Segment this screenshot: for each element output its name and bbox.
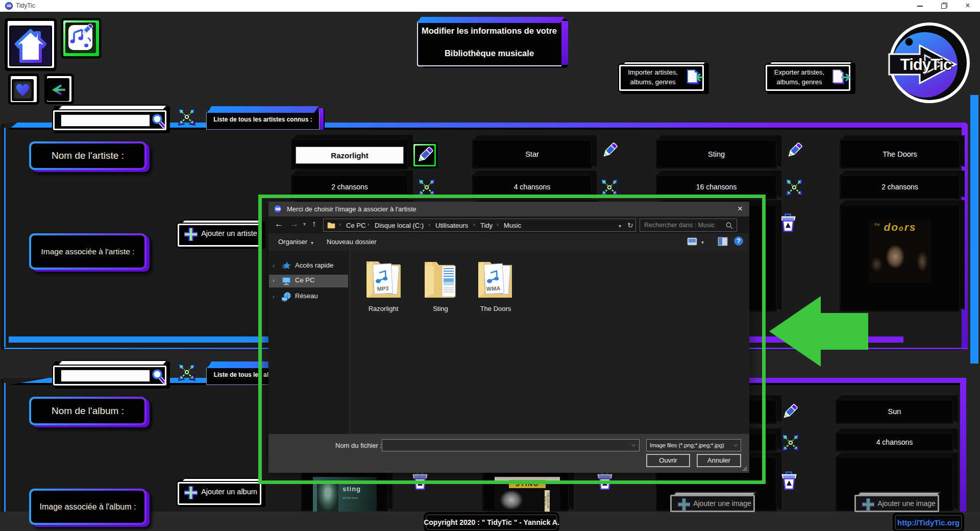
svg-text:TidyTic: TidyTic bbox=[900, 56, 952, 74]
